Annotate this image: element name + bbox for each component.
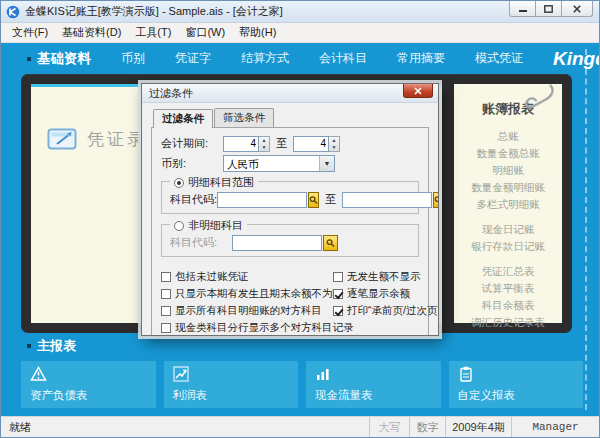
period-to-input[interactable] (293, 136, 329, 152)
checkbox-label: 只显示本期有发生且期末余额不为零 (175, 287, 343, 301)
non-detail-code-row: 科目代码: (170, 234, 410, 251)
menu-tools[interactable]: 工具(T) (128, 23, 178, 42)
check-include-unposted[interactable]: 包括未过账凭证 (161, 269, 333, 284)
tile-custom-reports[interactable]: 自定义报表 (449, 361, 584, 408)
voucher-entry-icon (47, 127, 77, 151)
link-bank-journal[interactable]: 银行存款日记账 (454, 238, 562, 255)
link-multi-column-detail[interactable]: 多栏式明细账 (454, 196, 562, 213)
close-button[interactable] (561, 1, 593, 17)
line-chart-icon (173, 366, 189, 382)
code-label-disabled: 科目代码: (170, 235, 232, 250)
currency-select[interactable]: 人民币 ▼ (223, 155, 335, 172)
check-cash-multi-rows[interactable]: 现金类科目分行显示多个对方科目记录 (161, 320, 333, 335)
nav-tab-bar: 基础资料 币别 凭证字 结算方式 会计科目 常用摘要 模式凭证 Kingdee (1, 43, 599, 74)
check-show-running-balance[interactable]: 逐笔显示余额 (333, 286, 438, 301)
menu-file[interactable]: 文件(F) (5, 23, 55, 42)
menubar: 文件(F) 基础资料(D) 工具(T) 窗口(W) 帮助(H) (1, 23, 599, 43)
filter-tab-page: 会计期间: ▲▼ 至 ▲▼ 币别: (151, 127, 429, 335)
period-row: 会计期间: ▲▼ 至 ▲▼ (161, 135, 419, 152)
link-account-balance[interactable]: 科目余额表 (454, 297, 562, 314)
link-voucher-summary[interactable]: 凭证汇总表 (454, 263, 562, 280)
filter-dialog: 过滤条件 过滤条件 筛选条件 会计期间: ▲▼ 至 (141, 83, 439, 336)
decorative-dashed-line (585, 49, 587, 410)
tab-filter-conditions[interactable]: 过滤条件 (153, 109, 213, 128)
warning-triangle-icon (30, 366, 47, 382)
link-qty-amount-detail[interactable]: 数量金额明细账 (454, 179, 562, 196)
tab-currency[interactable]: 币别 (121, 50, 145, 67)
lookup-button[interactable] (433, 192, 438, 208)
period-to-spinner: ▲▼ (293, 136, 340, 152)
tile-label: 资产负债表 (30, 388, 88, 403)
tab-label: 基础资料 (37, 50, 91, 68)
ledger-group-3: 凭证汇总表 试算平衡表 科目余额表 调汇历史记录表 (454, 263, 562, 331)
code-from-input[interactable] (217, 192, 307, 208)
link-detail-ledger[interactable]: 明细账 (454, 162, 562, 179)
app-window: 金蝶KIS记账王[教学演示版] - Sample.ais - [会计之家] 文件… (0, 0, 600, 438)
spin-up-icon[interactable]: ▲ (259, 137, 269, 144)
link-cash-journal[interactable]: 现金日记账 (454, 221, 562, 238)
minimize-button[interactable] (509, 1, 536, 17)
link-trial-balance[interactable]: 试算平衡表 (454, 280, 562, 297)
tile-cash-flow[interactable]: 现金流量表 (306, 361, 441, 408)
lookup-button[interactable] (308, 192, 319, 208)
spinner-buttons: ▲▼ (259, 136, 270, 152)
titlebar: 金蝶KIS记账王[教学演示版] - Sample.ais - [会计之家] (1, 1, 599, 23)
checkbox[interactable] (161, 323, 171, 333)
detail-range-label: 明细科目范围 (188, 175, 254, 190)
dialog-titlebar: 过滤条件 (142, 84, 438, 103)
spin-up-icon[interactable]: ▲ (329, 137, 339, 144)
period-from-input[interactable] (223, 136, 259, 152)
menu-window[interactable]: 窗口(W) (178, 23, 232, 42)
tab-common-summary[interactable]: 常用摘要 (397, 50, 445, 67)
non-detail-code-input[interactable] (232, 235, 322, 251)
check-print-carryover[interactable]: 打印“承前页/过次页” (333, 303, 438, 318)
tile-balance-sheet[interactable]: 资产负债表 (21, 361, 156, 408)
checkbox[interactable] (161, 289, 171, 299)
checkbox-label: 包括未过账凭证 (175, 270, 249, 284)
detail-code-row: 科目代码: 至 (170, 191, 410, 208)
tile-income-statement[interactable]: 利润表 (164, 361, 299, 408)
detail-range-legend[interactable]: 明细科目范围 (170, 175, 258, 190)
tab-base-data[interactable]: 基础资料 (27, 50, 91, 68)
tab-voucher-word[interactable]: 凭证字 (175, 50, 211, 67)
detail-range-radio[interactable] (174, 178, 184, 188)
check-hide-no-activity[interactable]: 无发生额不显示 (333, 269, 438, 284)
tab-settlement-method[interactable]: 结算方式 (241, 50, 289, 67)
link-exchange-history[interactable]: 调汇历史记录表 (454, 314, 562, 331)
status-num-indicator: 数字 (409, 417, 445, 437)
dialog-close-button[interactable] (403, 84, 433, 98)
checkbox[interactable] (161, 306, 171, 316)
link-qty-amount-ledger[interactable]: 数量金额总账 (454, 145, 562, 162)
tab-account-subjects[interactable]: 会计科目 (319, 50, 367, 67)
ledger-reports-panel: 账簿报表 总账 数量金额总账 明细账 数量金额明细账 多栏式明细账 现金日记账 … (454, 84, 562, 323)
spin-down-icon[interactable]: ▼ (329, 144, 339, 151)
tab-voucher-templates[interactable]: 模式凭证 (475, 50, 523, 67)
spin-down-icon[interactable]: ▼ (259, 144, 269, 151)
dropdown-arrow-icon[interactable]: ▼ (319, 156, 334, 171)
tile-label: 自定义报表 (458, 388, 516, 403)
code-to-label: 至 (325, 192, 336, 207)
checkbox-label: 逐笔显示余额 (347, 287, 410, 301)
menu-help[interactable]: 帮助(H) (232, 23, 283, 42)
check-only-active-nonzero[interactable]: 只显示本期有发生且期末余额不为零 (161, 286, 333, 301)
dialog-tabs: 过滤条件 筛选条件 (153, 108, 429, 127)
spinner-buttons: ▲▼ (329, 136, 340, 152)
lookup-button[interactable] (323, 235, 338, 251)
checkbox-label: 无发生额不显示 (347, 270, 421, 284)
checkbox-checked[interactable] (333, 306, 343, 316)
menu-base-data[interactable]: 基础资料(D) (55, 23, 128, 42)
checkbox[interactable] (333, 272, 343, 282)
checkbox-checked[interactable] (333, 289, 343, 299)
maximize-button[interactable] (535, 1, 562, 17)
non-detail-legend[interactable]: 非明细科目 (170, 218, 247, 233)
checkbox[interactable] (161, 272, 171, 282)
bar-chart-icon (315, 366, 331, 382)
non-detail-radio[interactable] (174, 221, 184, 231)
link-general-ledger[interactable]: 总账 (454, 128, 562, 145)
code-to-input[interactable] (342, 192, 432, 208)
check-show-counter-accounts[interactable]: 显示所有科目明细账的对方科目 (161, 303, 333, 318)
checkbox-column-right: 无发生额不显示 逐笔显示余额 打印“承前页/过次页” (333, 269, 438, 335)
checkbox-label: 打印“承前页/过次页” (347, 304, 438, 318)
tab-select-conditions[interactable]: 筛选条件 (214, 108, 274, 127)
main-reports-label: 主报表 (37, 337, 76, 355)
